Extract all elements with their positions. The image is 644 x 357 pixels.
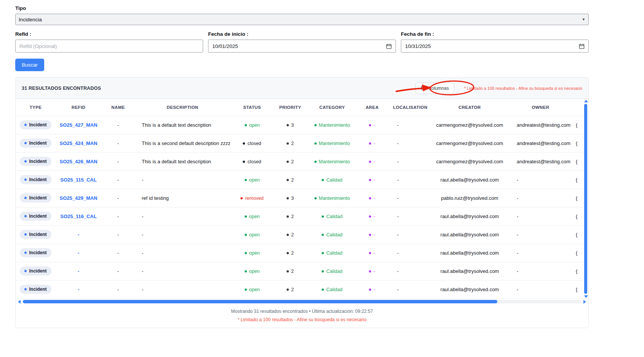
status-dot-icon bbox=[243, 161, 245, 163]
cell-owner: - bbox=[505, 225, 576, 244]
table-row[interactable]: IncidentSO25_116_CAL--open2Calidad--raul… bbox=[16, 207, 583, 225]
scroll-right-icon[interactable] bbox=[583, 300, 586, 304]
table-row[interactable]: Incident---open2Calidad--raul.abella@try… bbox=[16, 225, 583, 244]
status-dot-icon bbox=[287, 234, 289, 236]
footer-warning: * Limitado a 100 resultados - Afine su b… bbox=[16, 317, 588, 322]
cell-creator: carmengomez@trysolved.com bbox=[434, 116, 505, 134]
cell-refid[interactable]: - bbox=[56, 244, 101, 262]
status-dot-icon bbox=[369, 142, 371, 145]
type-badge: Incident bbox=[20, 248, 51, 257]
table-row[interactable]: Incident---open2Calidad--raul.abella@try… bbox=[16, 262, 583, 280]
cell-refid[interactable]: SO25_115_CAL bbox=[56, 171, 101, 189]
refid-field: RefId : bbox=[15, 31, 203, 53]
fecha-fin-input[interactable]: 10/31/2025 bbox=[401, 40, 589, 53]
status-dot-icon bbox=[287, 270, 289, 273]
cell-extra: { bbox=[576, 116, 583, 134]
cell-refid[interactable]: SO25_424_MAN bbox=[56, 134, 101, 152]
page: Tipo Incidencia ▼ RefId : Fecha de inici… bbox=[0, 0, 644, 357]
cell-type: Incident bbox=[16, 116, 56, 134]
tipo-select[interactable]: Incidencia ▼ bbox=[15, 14, 589, 25]
tipo-field: Tipo Incidencia ▼ bbox=[15, 5, 589, 25]
type-badge: Incident bbox=[20, 285, 51, 294]
status-dot-icon bbox=[245, 288, 247, 291]
table-row[interactable]: IncidentSO25_426_MAN-This is a default t… bbox=[16, 152, 583, 171]
table-row[interactable]: Incident---open2Calidad--raul.abella@try… bbox=[16, 280, 583, 298]
table-row[interactable]: IncidentSO25_424_MAN-This is a second de… bbox=[16, 134, 583, 152]
table-header-row: TYPEREFIDNAMEDESCRIPTIONSTATUSPRIORITYCA… bbox=[16, 99, 583, 116]
scroll-left-icon[interactable] bbox=[18, 300, 21, 304]
cell-extra: { bbox=[576, 244, 583, 262]
cell-creator: carmengomez@trysolved.com bbox=[434, 152, 505, 171]
cell-refid[interactable]: SO25_429_MAN bbox=[56, 189, 101, 207]
type-badge: Incident bbox=[20, 139, 51, 148]
refid-link[interactable]: SO25_426_MAN bbox=[60, 159, 98, 164]
vertical-scrollbar-thumb[interactable] bbox=[584, 104, 587, 294]
cell-refid[interactable]: - bbox=[56, 225, 101, 244]
scroll-up-icon[interactable] bbox=[584, 100, 588, 102]
calendar-icon[interactable] bbox=[579, 43, 585, 49]
table-row[interactable]: IncidentSO25_429_MAN-ref id testingremov… bbox=[16, 189, 583, 207]
cell-description: ref id testing bbox=[135, 189, 230, 207]
type-dot-icon bbox=[24, 142, 27, 144]
cell-area: - bbox=[358, 116, 386, 134]
calendar-icon[interactable] bbox=[386, 43, 392, 49]
cell-status: open bbox=[230, 116, 274, 134]
cell-creator: raul.abella@trysolved.com bbox=[434, 262, 505, 280]
scroll-down-icon[interactable] bbox=[584, 295, 588, 298]
fecha-inicio-input[interactable]: 10/01/2025 bbox=[208, 40, 396, 53]
column-header-extra bbox=[576, 99, 583, 116]
table-row[interactable]: Incident---open2Calidad--raul.abella@try… bbox=[16, 244, 583, 262]
horizontal-scrollbar-thumb[interactable] bbox=[23, 300, 497, 303]
cell-refid[interactable]: - bbox=[56, 280, 101, 298]
refid-link[interactable]: SO25_115_CAL bbox=[60, 177, 96, 183]
refid-input[interactable] bbox=[15, 40, 203, 53]
cell-priority: 2 bbox=[274, 280, 306, 298]
column-header-area: AREA bbox=[358, 99, 386, 116]
cell-localisation: - bbox=[386, 171, 434, 189]
column-header-category: CATEGORY bbox=[306, 99, 358, 116]
fecha-inicio-value: 10/01/2025 bbox=[212, 43, 238, 49]
column-header-status: STATUS bbox=[230, 99, 274, 116]
buscar-button[interactable]: Buscar bbox=[15, 59, 44, 71]
refid-label: RefId : bbox=[15, 31, 203, 37]
cell-creator: raul.abella@trysolved.com bbox=[434, 280, 505, 298]
refid-link[interactable]: SO25_424_MAN bbox=[60, 140, 98, 146]
cell-name: - bbox=[101, 207, 135, 225]
refid-link[interactable]: - bbox=[78, 268, 79, 274]
columns-button[interactable]: Columnas bbox=[415, 83, 454, 94]
cell-refid[interactable]: SO25_426_MAN bbox=[56, 152, 101, 171]
status-dot-icon bbox=[287, 142, 289, 145]
cell-name: - bbox=[101, 262, 135, 280]
cell-refid[interactable]: - bbox=[56, 262, 101, 280]
cell-category: Mantenimiento bbox=[306, 152, 358, 171]
cell-priority: 2 bbox=[274, 171, 306, 189]
cell-category: Calidad bbox=[306, 244, 358, 262]
status-dot-icon bbox=[240, 197, 243, 199]
refid-link[interactable]: - bbox=[78, 232, 79, 237]
refid-link[interactable]: SO25_116_CAL bbox=[60, 214, 96, 219]
horizontal-scrollbar-track[interactable] bbox=[23, 300, 581, 303]
cell-category: Mantenimiento bbox=[306, 116, 358, 134]
cell-category: Calidad bbox=[306, 207, 358, 225]
filters-row: RefId : Fecha de inicio : 10/01/2025 Fec… bbox=[15, 31, 589, 53]
cell-type: Incident bbox=[16, 189, 56, 207]
refid-link[interactable]: SO25_427_MAN bbox=[60, 122, 98, 128]
refid-link[interactable]: SO25_429_MAN bbox=[60, 195, 98, 201]
results-count: 31 RESULTADOS ENCONTRADOS bbox=[22, 86, 101, 91]
cell-extra: { bbox=[576, 225, 583, 244]
horizontal-scrollbar[interactable] bbox=[16, 299, 588, 305]
cell-refid[interactable]: SO25_427_MAN bbox=[56, 116, 101, 134]
refid-link[interactable]: - bbox=[78, 250, 79, 256]
cell-category: Mantenimiento bbox=[306, 189, 358, 207]
table-row[interactable]: IncidentSO25_115_CAL--open2Calidad--raul… bbox=[16, 171, 583, 189]
cell-localisation: - bbox=[386, 244, 434, 262]
refid-link[interactable]: - bbox=[78, 287, 79, 292]
vertical-scrollbar[interactable] bbox=[584, 99, 588, 299]
cell-area: - bbox=[358, 207, 386, 225]
cell-name: - bbox=[101, 244, 135, 262]
table-row[interactable]: IncidentSO25_427_MAN-This is a default t… bbox=[16, 116, 583, 134]
status-dot-icon bbox=[369, 234, 371, 236]
type-badge: Incident bbox=[20, 175, 51, 184]
cell-extra: { bbox=[576, 152, 583, 171]
cell-refid[interactable]: SO25_116_CAL bbox=[56, 207, 101, 225]
